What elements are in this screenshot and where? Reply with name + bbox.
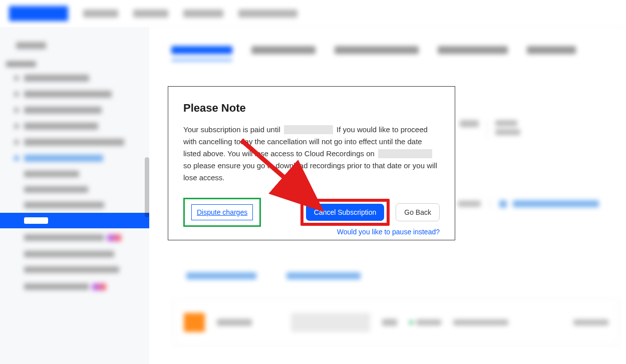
nav-item — [238, 10, 297, 18]
pause-instead-link[interactable]: Would you like to pause instead? — [337, 228, 440, 236]
sidebar-item — [0, 37, 149, 54]
tab — [251, 46, 316, 61]
nav-item — [183, 10, 223, 18]
bg-detail — [460, 120, 520, 138]
sidebar-subitem — [0, 277, 149, 295]
plan-icon — [184, 313, 205, 332]
sidebar-item — [0, 70, 149, 86]
plan-select — [291, 313, 370, 332]
redacted-date — [284, 125, 333, 134]
top-nav — [0, 0, 626, 27]
annotation-dispute-highlight: Dispute charges — [183, 198, 261, 227]
scrollbar[interactable] — [145, 157, 149, 217]
logo — [9, 6, 68, 21]
nav-item — [83, 10, 118, 18]
redacted-date — [378, 149, 432, 158]
cancel-subscription-button[interactable]: Cancel Subscription — [306, 204, 385, 221]
sidebar-subitem — [0, 166, 149, 182]
plan-card — [173, 299, 619, 345]
bg-detail — [458, 199, 599, 208]
nav-item — [133, 10, 168, 18]
tab — [438, 46, 508, 61]
dispute-charges-link[interactable]: Dispute charges — [197, 208, 247, 216]
billing-tabs — [171, 46, 626, 61]
sidebar-subitem — [0, 182, 149, 197]
sidebar-item-expanded — [0, 150, 149, 166]
annotation-cancel-highlight: Cancel Subscription — [300, 199, 390, 226]
sidebar-item — [0, 102, 149, 118]
sidebar-item — [0, 86, 149, 102]
sidebar-item — [0, 134, 149, 150]
dialog-body: Your subscription is paid until If you w… — [183, 124, 440, 184]
dialog-actions: Dispute charges Cancel Subscription Go B… — [183, 198, 440, 227]
tab — [335, 46, 419, 61]
dialog-title: Please Note — [183, 102, 440, 115]
sidebar-subitem — [0, 197, 149, 213]
sidebar-item — [0, 118, 149, 134]
tab — [527, 46, 576, 61]
promo-links — [186, 272, 361, 279]
sidebar-section — [0, 54, 149, 70]
sidebar-subitem-active[interactable] — [0, 213, 149, 228]
sidebar-subitem — [0, 262, 149, 277]
sidebar — [0, 27, 149, 364]
go-back-button[interactable]: Go Back — [396, 203, 440, 221]
cancel-subscription-dialog: Please Note Your subscription is paid un… — [168, 86, 455, 240]
tab-active — [171, 46, 232, 61]
sidebar-subitem — [0, 228, 149, 246]
sidebar-subitem — [0, 246, 149, 262]
dispute-charges-box: Dispute charges — [191, 204, 253, 220]
